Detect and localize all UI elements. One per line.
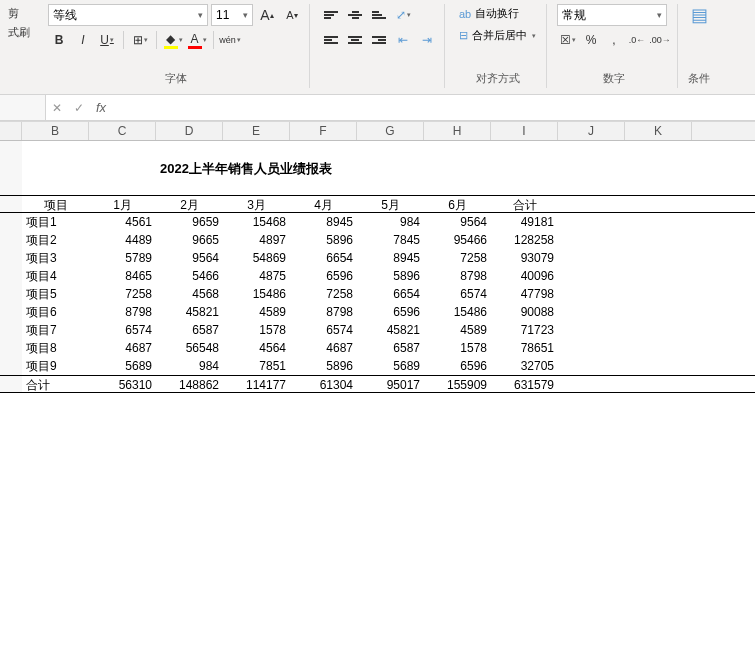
cell[interactable]: 项目1 <box>22 213 89 231</box>
increase-font-button[interactable]: A▴ <box>256 4 278 26</box>
percent-button[interactable]: % <box>580 29 602 51</box>
cell[interactable]: 6654 <box>290 249 357 267</box>
cell[interactable]: 15486 <box>223 285 290 303</box>
cell[interactable]: 4568 <box>156 285 223 303</box>
cell[interactable]: 8945 <box>290 213 357 231</box>
cell[interactable]: 4897 <box>223 231 290 249</box>
fx-button[interactable]: fx <box>90 100 112 115</box>
cell[interactable]: 7845 <box>357 231 424 249</box>
fill-color-button[interactable]: ◆ ▾ <box>162 29 184 51</box>
cell[interactable]: 45821 <box>156 303 223 321</box>
cell[interactable]: 6574 <box>290 321 357 339</box>
cell[interactable]: 5月 <box>357 196 424 212</box>
decrease-font-button[interactable]: A▾ <box>281 4 303 26</box>
column-header[interactable]: I <box>491 122 558 140</box>
cell[interactable]: 6574 <box>89 321 156 339</box>
cell[interactable]: 7258 <box>424 249 491 267</box>
cell[interactable]: 1月 <box>89 196 156 212</box>
cell[interactable]: 6596 <box>290 267 357 285</box>
cell[interactable]: 114177 <box>223 376 290 392</box>
cell[interactable]: 4489 <box>89 231 156 249</box>
cell[interactable]: 40096 <box>491 267 558 285</box>
cell[interactable]: 15486 <box>424 303 491 321</box>
cell[interactable]: 56310 <box>89 376 156 392</box>
cell[interactable]: 5689 <box>89 357 156 375</box>
align-bottom-button[interactable] <box>368 4 390 26</box>
cell[interactable]: 6587 <box>156 321 223 339</box>
cell[interactable]: 6月 <box>424 196 491 212</box>
column-header[interactable]: J <box>558 122 625 140</box>
confirm-button[interactable]: ✓ <box>68 95 90 120</box>
cell[interactable]: 项目2 <box>22 231 89 249</box>
cell[interactable]: 15468 <box>223 213 290 231</box>
cell[interactable]: 6587 <box>357 339 424 357</box>
cell[interactable]: 6596 <box>357 303 424 321</box>
cell[interactable]: 8798 <box>424 267 491 285</box>
cell[interactable]: 7258 <box>290 285 357 303</box>
cell[interactable]: 9659 <box>156 213 223 231</box>
align-middle-button[interactable] <box>344 4 366 26</box>
cell[interactable]: 32705 <box>491 357 558 375</box>
select-all-corner[interactable] <box>0 122 22 140</box>
column-header[interactable]: H <box>424 122 491 140</box>
cell[interactable]: 9564 <box>156 249 223 267</box>
column-header[interactable]: G <box>357 122 424 140</box>
cell[interactable]: 54869 <box>223 249 290 267</box>
cell[interactable]: 78651 <box>491 339 558 357</box>
cell[interactable]: 4月 <box>290 196 357 212</box>
cancel-button[interactable]: ✕ <box>46 95 68 120</box>
cell[interactable]: 4561 <box>89 213 156 231</box>
cell[interactable]: 7851 <box>223 357 290 375</box>
column-header[interactable]: B <box>22 122 89 140</box>
formula-input[interactable] <box>112 101 755 115</box>
cell[interactable]: 128258 <box>491 231 558 249</box>
orientation-button[interactable]: ⤢▾ <box>392 4 414 26</box>
cell[interactable]: 1578 <box>424 339 491 357</box>
cell[interactable]: 8465 <box>89 267 156 285</box>
wrap-text-button[interactable]: ab 自动换行 <box>455 4 540 23</box>
cell[interactable]: 4687 <box>89 339 156 357</box>
column-header[interactable]: D <box>156 122 223 140</box>
column-header[interactable]: C <box>89 122 156 140</box>
align-top-button[interactable] <box>320 4 342 26</box>
cell[interactable]: 6574 <box>424 285 491 303</box>
font-name-combo[interactable]: 等线 ▾ <box>48 4 208 26</box>
cell[interactable]: 90088 <box>491 303 558 321</box>
cell[interactable]: 631579 <box>491 376 558 392</box>
phonetic-button[interactable]: wén▾ <box>219 29 241 51</box>
cell[interactable]: 95017 <box>357 376 424 392</box>
cell[interactable]: 5896 <box>290 357 357 375</box>
increase-decimal-button[interactable]: .0← <box>626 29 648 51</box>
comma-button[interactable]: , <box>603 29 625 51</box>
decrease-decimal-button[interactable]: .00→ <box>649 29 671 51</box>
spreadsheet-grid[interactable]: 2022上半年销售人员业绩报表 项目1月2月3月4月5月6月合计项目145619… <box>0 141 755 393</box>
underline-button[interactable]: U▾ <box>96 29 118 51</box>
font-size-combo[interactable]: 11 ▾ <box>211 4 253 26</box>
cell[interactable]: 4687 <box>290 339 357 357</box>
accounting-format-button[interactable]: ☒▾ <box>557 29 579 51</box>
name-box[interactable] <box>0 95 46 120</box>
cell[interactable]: 5789 <box>89 249 156 267</box>
cell[interactable]: 155909 <box>424 376 491 392</box>
cell[interactable]: 6654 <box>357 285 424 303</box>
cell[interactable]: 6596 <box>424 357 491 375</box>
column-header[interactable]: E <box>223 122 290 140</box>
increase-indent-button[interactable]: ⇥ <box>416 29 438 51</box>
align-left-button[interactable] <box>320 29 342 51</box>
cell[interactable]: 47798 <box>491 285 558 303</box>
cell[interactable]: 4564 <box>223 339 290 357</box>
cell[interactable]: 148862 <box>156 376 223 392</box>
bold-button[interactable]: B <box>48 29 70 51</box>
cell[interactable]: 984 <box>156 357 223 375</box>
cell[interactable]: 1578 <box>223 321 290 339</box>
cell[interactable]: 项目 <box>22 196 89 212</box>
cell[interactable]: 4875 <box>223 267 290 285</box>
align-right-button[interactable] <box>368 29 390 51</box>
cell[interactable]: 4589 <box>223 303 290 321</box>
cell[interactable]: 8798 <box>290 303 357 321</box>
cell[interactable]: 61304 <box>290 376 357 392</box>
cell[interactable]: 项目9 <box>22 357 89 375</box>
cell[interactable]: 2月 <box>156 196 223 212</box>
cell[interactable]: 71723 <box>491 321 558 339</box>
cut-label[interactable]: 剪 <box>8 6 38 21</box>
